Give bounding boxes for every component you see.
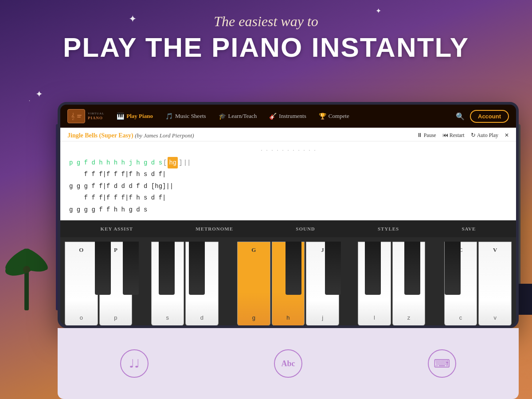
guitar-icon: 🎸 — [269, 113, 277, 120]
black-key-4[interactable] — [189, 242, 205, 295]
search-button[interactable]: 🔍 — [456, 112, 465, 121]
note-line-1: p g f d h h h h j h g d s [hg] || — [69, 157, 507, 169]
autoplay-icon: ↻ — [471, 132, 476, 139]
song-name: Jingle Bells (Super Easy) — [67, 132, 133, 139]
black-key-5[interactable] — [286, 242, 301, 295]
hero-subtitle: The easiest way to — [0, 13, 532, 30]
key-assist-control[interactable]: KEY ASSIST — [101, 226, 133, 231]
hero-section: The easiest way to PLAY THE PIANO INSTAN… — [0, 13, 532, 63]
navbar: 𝄞 VIRTUAL PIANO 🎹 Play Piano 🎵 Music She… — [60, 105, 516, 128]
note-line-3: g g g f f|f d d d f d [hg]|| — [69, 180, 507, 192]
logo-area[interactable]: 𝄞 VIRTUAL PIANO — [67, 109, 104, 123]
nav-play-piano[interactable]: 🎹 Play Piano — [111, 110, 158, 123]
white-keys: O o P p S s D d — [65, 242, 512, 328]
save-control[interactable]: SAVE — [462, 226, 476, 231]
account-button[interactable]: Account — [470, 110, 509, 123]
palm-tree — [0, 231, 53, 310]
close-icon: ✕ — [505, 132, 509, 139]
note-line-4: f f f|f f f|f h s d f| — [69, 192, 507, 204]
nav-items: 🎹 Play Piano 🎵 Music Sheets 🎓 Learn/Teac… — [111, 110, 456, 123]
key-spacer-3 — [340, 242, 356, 328]
star-4: · — [29, 98, 30, 104]
sheet-controls: ⏸ Pause ⏮ Restart ↻ Auto Play ✕ — [417, 132, 509, 139]
nav-compete[interactable]: 🏆 Compete — [313, 110, 355, 123]
bottom-section: ♩♩ Abc ⌨ — [58, 328, 519, 399]
svg-rect-17 — [77, 117, 81, 117]
key-spacer-2 — [220, 242, 236, 328]
metronome-control[interactable]: METRONOME — [196, 226, 233, 231]
sound-control[interactable]: SOUND — [296, 226, 315, 231]
pause-button[interactable]: ⏸ Pause — [417, 132, 436, 139]
notes-area: · · · · · · · · · · · p g f d h h h h j … — [60, 141, 516, 220]
note-line-5: g g g g f f h h g d s — [69, 204, 507, 216]
svg-rect-16 — [77, 115, 82, 116]
svg-rect-10 — [519, 284, 532, 315]
music-notes-feature-icon: ♩♩ — [129, 357, 140, 371]
sheet-title: Jingle Bells (Super Easy) (by James Lord… — [67, 131, 194, 139]
nav-right: 🔍 Account — [456, 110, 509, 123]
close-sheet-button[interactable]: ✕ — [505, 132, 509, 139]
sheet-section: Jingle Bells (Super Easy) (by James Lord… — [60, 128, 516, 220]
black-key-6[interactable] — [325, 242, 341, 295]
svg-point-5 — [23, 266, 30, 273]
controls-bar: KEY ASSIST METRONOME SOUND STYLES SAVE — [60, 220, 516, 237]
black-key-3[interactable] — [159, 242, 175, 295]
keyboard-feature-button[interactable]: ⌨ — [428, 349, 456, 378]
styles-control[interactable]: STYLES — [378, 226, 399, 231]
black-key-2[interactable] — [123, 242, 139, 295]
music-notes-icon: 🎵 — [165, 113, 173, 120]
note-line-2: f f f|f f f|f h s d f| — [69, 168, 507, 180]
star-3: ✦ — [35, 89, 43, 99]
piano-icon: 🎹 — [117, 113, 124, 120]
restart-button[interactable]: ⏮ Restart — [442, 132, 465, 139]
white-key-G[interactable]: G g — [237, 242, 270, 326]
text-feature-button[interactable]: Abc — [274, 349, 302, 378]
progress-indicator: · · · · · · · · · · · — [69, 144, 507, 156]
black-keys-overlay — [65, 242, 512, 295]
song-author: (by James Lord Pierpont) — [135, 132, 194, 139]
keyboard-feature-icon: ⌨ — [434, 357, 450, 371]
black-key-7[interactable] — [365, 242, 381, 295]
music-sheets-feature-button[interactable]: ♩♩ — [120, 349, 149, 378]
key-spacer-4 — [426, 242, 442, 328]
nav-music-sheets[interactable]: 🎵 Music Sheets — [160, 110, 211, 123]
logo-text: VIRTUAL PIANO — [88, 112, 104, 120]
white-key-O[interactable]: O o — [65, 242, 98, 326]
pause-icon: ⏸ — [417, 132, 422, 139]
autoplay-button[interactable]: ↻ Auto Play — [471, 132, 498, 139]
black-key-9[interactable] — [445, 242, 461, 295]
trophy-icon: 🏆 — [319, 113, 326, 120]
piano-container: O o P p S s D d — [65, 242, 512, 328]
hero-title: PLAY THE PIANO INSTANTLY — [0, 31, 532, 63]
tablet-frame: 𝄞 VIRTUAL PIANO 🎹 Play Piano 🎵 Music She… — [58, 102, 519, 328]
graduation-icon: 🎓 — [219, 113, 226, 120]
piano-section: O o P p S s D d — [60, 237, 516, 328]
text-feature-icon: Abc — [281, 359, 295, 368]
nav-instruments[interactable]: 🎸 Instruments — [264, 110, 311, 123]
logo-icon: 𝄞 — [67, 109, 85, 123]
svg-text:𝄞: 𝄞 — [71, 113, 74, 121]
black-key-1[interactable] — [95, 242, 111, 295]
white-key-V[interactable]: V v — [478, 242, 512, 326]
restart-icon: ⏮ — [442, 132, 448, 139]
black-key-8[interactable] — [404, 242, 420, 295]
nav-learn-teach[interactable]: 🎓 Learn/Teach — [213, 110, 262, 123]
